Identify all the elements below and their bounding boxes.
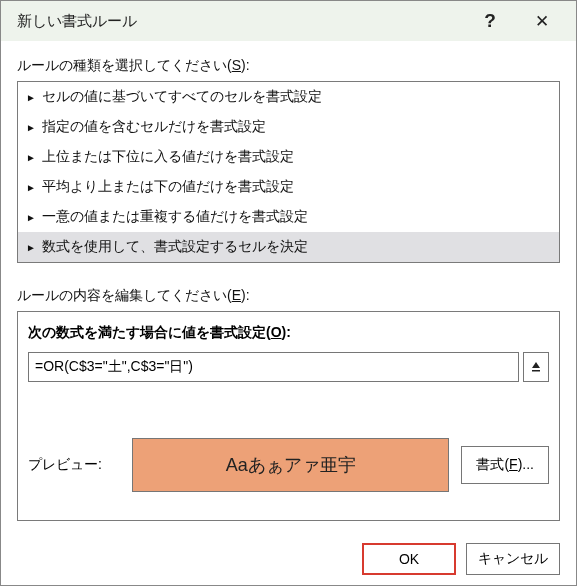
dialog-content: ルールの種類を選択してください(S): ► セルの値に基づいてすべてのセルを書式… [1, 41, 576, 531]
rule-type-item[interactable]: ► 指定の値を含むセルだけを書式設定 [18, 112, 559, 142]
preview-sample: Aaあぁアァ亜宇 [132, 438, 449, 492]
format-button[interactable]: 書式(F)... [461, 446, 549, 484]
rule-type-item-label: 一意の値または重複する値だけを書式設定 [42, 208, 308, 226]
bullet-icon: ► [26, 122, 36, 133]
new-formatting-rule-dialog: 新しい書式ルール ? ✕ ルールの種類を選択してください(S): ► セルの値に… [0, 0, 577, 586]
bullet-icon: ► [26, 152, 36, 163]
dialog-footer: OK キャンセル [1, 531, 576, 586]
preview-label: プレビュー: [28, 456, 120, 474]
rule-type-item[interactable]: ► セルの値に基づいてすべてのセルを書式設定 [18, 82, 559, 112]
titlebar: 新しい書式ルール ? ✕ [1, 1, 576, 41]
svg-rect-0 [532, 370, 540, 372]
rule-type-item[interactable]: ► 平均より上または下の値だけを書式設定 [18, 172, 559, 202]
rule-type-item-label: 上位または下位に入る値だけを書式設定 [42, 148, 294, 166]
rule-edit-label: ルールの内容を編集してください(E): [17, 287, 560, 305]
bullet-icon: ► [26, 242, 36, 253]
cancel-button[interactable]: キャンセル [466, 543, 560, 575]
rule-type-item-label: セルの値に基づいてすべてのセルを書式設定 [42, 88, 322, 106]
collapse-icon [530, 360, 542, 374]
ok-button[interactable]: OK [362, 543, 456, 575]
rule-type-list[interactable]: ► セルの値に基づいてすべてのセルを書式設定 ► 指定の値を含むセルだけを書式設… [17, 81, 560, 263]
bullet-icon: ► [26, 92, 36, 103]
rule-type-item[interactable]: ► 一意の値または重複する値だけを書式設定 [18, 202, 559, 232]
rule-type-item[interactable]: ► 数式を使用して、書式設定するセルを決定 [18, 232, 559, 262]
rule-type-label: ルールの種類を選択してください(S): [17, 57, 560, 75]
formula-row [28, 352, 549, 382]
formula-label: 次の数式を満たす場合に値を書式設定(O): [28, 324, 549, 342]
collapse-dialog-button[interactable] [523, 352, 549, 382]
rule-type-item-label: 数式を使用して、書式設定するセルを決定 [42, 238, 308, 256]
bullet-icon: ► [26, 212, 36, 223]
dialog-title: 新しい書式ルール [17, 12, 464, 31]
close-button[interactable]: ✕ [516, 1, 568, 41]
formula-input[interactable] [28, 352, 519, 382]
bullet-icon: ► [26, 182, 36, 193]
help-button[interactable]: ? [464, 1, 516, 41]
rule-type-item-label: 指定の値を含むセルだけを書式設定 [42, 118, 266, 136]
rule-type-item[interactable]: ► 上位または下位に入る値だけを書式設定 [18, 142, 559, 172]
rule-type-item-label: 平均より上または下の値だけを書式設定 [42, 178, 294, 196]
preview-row: プレビュー: Aaあぁアァ亜宇 書式(F)... [28, 438, 549, 492]
rule-edit-box: 次の数式を満たす場合に値を書式設定(O): プレビュー: Aaあぁアァ亜宇 書式… [17, 311, 560, 521]
